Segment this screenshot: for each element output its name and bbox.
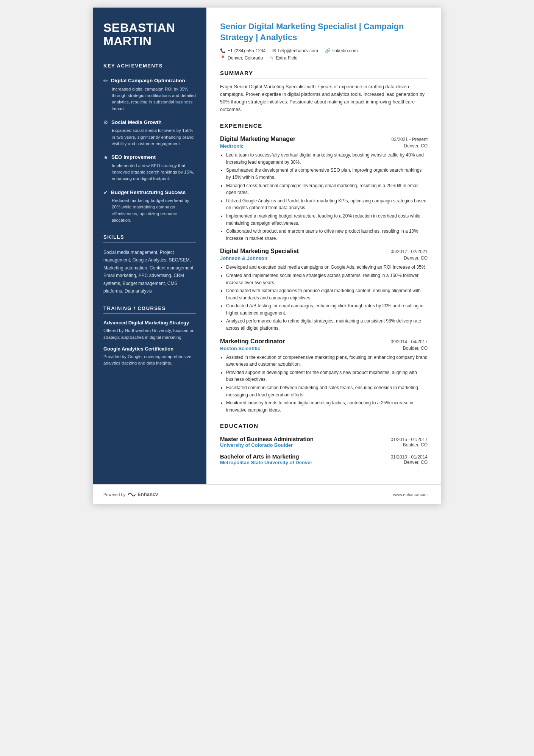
achievements-section-title: KEY ACHIEVEMENTS	[103, 63, 196, 71]
exp-date-3: 09/2014 - 04/2017	[391, 339, 428, 344]
achievements-list: ✏ Digital Campaign Optimization Increase…	[103, 77, 196, 224]
bullet: Collaborated with product and marcom tea…	[226, 228, 428, 242]
education-section-title: EDUCATION	[220, 423, 428, 431]
training-item-2: Google Analytics Certification Provided …	[103, 346, 196, 366]
location-icon: 📍	[220, 55, 226, 61]
training-item-1: Advanced Digital Marketing Strategy Offe…	[103, 320, 196, 340]
experience-item-1: Digital Marketing Manager 03/2021 - Pres…	[220, 136, 428, 242]
achievement-item: ✏ Digital Campaign Optimization Increase…	[103, 77, 196, 112]
achievement-text-3: Implemented a new SEO strategy that impr…	[103, 163, 196, 182]
footer: Powered by Enhancv www.enhancv.com	[93, 484, 441, 504]
experience-section-title: EXPERIENCE	[220, 122, 428, 131]
achievement-item: ★ SEO Improvement Implemented a new SEO …	[103, 154, 196, 182]
bullet: Utilized Google Analytics and Pardot to …	[226, 197, 428, 211]
skills-section-title: SKILLS	[103, 234, 196, 243]
bullet: Managed cross-functional campaigns lever…	[226, 182, 428, 196]
edu-degree-1: Master of Business Administration	[220, 436, 314, 442]
brand-name: Enhancv	[137, 491, 158, 497]
achievement-title-3: SEO Improvement	[111, 154, 156, 161]
bullet: Implemented a marketing budget restructu…	[226, 213, 428, 227]
summary-text: Eager Senior Digital Marketing Specialis…	[220, 83, 428, 113]
exp-title-3: Marketing Coordinator	[220, 338, 285, 345]
job-title: Senior Digital Marketing Specialist | Ca…	[220, 21, 428, 43]
bullet: Assisted in the execution of comprehensi…	[226, 354, 428, 368]
footer-left: Powered by Enhancv	[103, 491, 158, 497]
bullet: Spearheaded the development of a compreh…	[226, 167, 428, 181]
training-section-title: TRAINING / COURSES	[103, 305, 196, 314]
bullet: Developed and executed paid media campai…	[226, 264, 428, 271]
logo-icon	[128, 492, 136, 497]
achievement-icon-4: ✔	[103, 189, 108, 196]
contact-phone: 📞 +1-(234)-555-1234	[220, 48, 265, 53]
sidebar: SEBASTIAN MARTIN KEY ACHIEVEMENTS ✏ Digi…	[93, 8, 206, 484]
bullet: Led a team to successfully overhaul digi…	[226, 152, 428, 166]
linkedin-icon: 🔗	[325, 48, 331, 53]
phone-icon: 📞	[220, 48, 226, 53]
exp-bullets-1: Led a team to successfully overhaul digi…	[220, 152, 428, 242]
footer-website: www.enhancv.com	[393, 492, 428, 497]
contact-email: ✉ help@enhancv.com	[272, 48, 318, 53]
training-text-1: Offered by Northwestern University, focu…	[103, 327, 196, 341]
bullet: Monitored industry trends to inform digi…	[226, 399, 428, 413]
edu-degree-2: Bachelor of Arts in Marketing	[220, 453, 299, 460]
bullet: Analyzed performance data to refine digi…	[226, 318, 428, 332]
email-icon: ✉	[272, 48, 276, 53]
achievement-title-4: Budget Restructuring Success	[111, 189, 186, 196]
exp-location-1: Denver, CO	[404, 143, 428, 149]
edu-school-1: University of Colorado Boulder	[220, 442, 293, 448]
exp-location-2: Denver, CO	[404, 255, 428, 261]
achievement-icon-3: ★	[103, 154, 108, 160]
achievement-item: ✔ Budget Restructuring Success Reduced m…	[103, 189, 196, 224]
exp-date-2: 05/2017 - 02/2021	[391, 249, 428, 254]
summary-section-title: SUMMARY	[220, 70, 428, 78]
training-list: Advanced Digital Marketing Strategy Offe…	[103, 320, 196, 366]
achievement-text-2: Expanded social media followers by 150% …	[103, 127, 196, 147]
powered-by-label: Powered by	[103, 492, 125, 497]
contact-row-2: 📍 Denver, Colorado ☆ Extra Field	[220, 55, 428, 61]
exp-location-3: Boulder, CO	[403, 346, 428, 351]
edu-school-2: Metropolitan State University of Denver	[220, 460, 312, 465]
contact-row-1: 📞 +1-(234)-555-1234 ✉ help@enhancv.com 🔗…	[220, 48, 428, 53]
edu-date-1: 01/2015 - 01/2017	[391, 437, 428, 442]
exp-bullets-3: Assisted in the execution of comprehensi…	[220, 354, 428, 414]
bullet: Coordinated with external agencies to pr…	[226, 287, 428, 301]
bullet: Facilitated communication between market…	[226, 384, 428, 398]
experience-item-3: Marketing Coordinator 09/2014 - 04/2017 …	[220, 338, 428, 414]
experience-item-2: Digital Marketing Specialist 05/2017 - 0…	[220, 248, 428, 332]
exp-title-2: Digital Marketing Specialist	[220, 248, 299, 255]
achievement-icon-1: ✏	[103, 78, 108, 84]
achievement-item: ⚙ Social Media Growth Expanded social me…	[103, 119, 196, 147]
contact-extra: ☆ Extra Field	[270, 55, 297, 61]
candidate-name: SEBASTIAN MARTIN	[103, 21, 196, 48]
achievement-title-2: Social Media Growth	[111, 119, 162, 126]
bullet: Conducted A/B testing for email campaign…	[226, 302, 428, 316]
edu-location-1: Boulder, CO	[403, 442, 428, 448]
training-text-2: Provided by Google, covering comprehensi…	[103, 354, 196, 367]
exp-company-2: Johnson & Johnson	[220, 255, 267, 261]
bullet: Created and implemented social media str…	[226, 272, 428, 286]
edu-location-2: Denver, CO	[404, 460, 428, 465]
achievement-text-4: Reduced marketing budget overhead by 20%…	[103, 197, 196, 224]
achievement-title-1: Digital Campaign Optimization	[111, 77, 185, 84]
education-item-2: Bachelor of Arts in Marketing 01/2010 - …	[220, 453, 428, 465]
exp-bullets-2: Developed and executed paid media campai…	[220, 264, 428, 332]
contact-location: 📍 Denver, Colorado	[220, 55, 263, 61]
edu-date-2: 01/2010 - 01/2014	[391, 454, 428, 460]
training-title-2: Google Analytics Certification	[103, 346, 196, 352]
training-title-1: Advanced Digital Marketing Strategy	[103, 320, 196, 326]
exp-title-1: Digital Marketing Manager	[220, 136, 295, 142]
achievement-icon-2: ⚙	[103, 119, 108, 125]
bullet: Provided support in developing content f…	[226, 369, 428, 383]
exp-company-3: Boston Scientific	[220, 346, 260, 351]
exp-company-1: Medtronic	[220, 143, 244, 149]
skills-text: Social media management, Project managem…	[103, 249, 196, 295]
contact-linkedin: 🔗 linkedin.com	[325, 48, 358, 53]
achievement-text-1: Increased digital campaign ROI by 35% th…	[103, 86, 196, 112]
star-icon: ☆	[270, 55, 274, 61]
education-item-1: Master of Business Administration 01/201…	[220, 436, 428, 448]
exp-date-1: 03/2021 - Present	[392, 137, 428, 142]
enhancv-logo: Enhancv	[128, 491, 158, 497]
main-content: Senior Digital Marketing Specialist | Ca…	[206, 8, 441, 484]
